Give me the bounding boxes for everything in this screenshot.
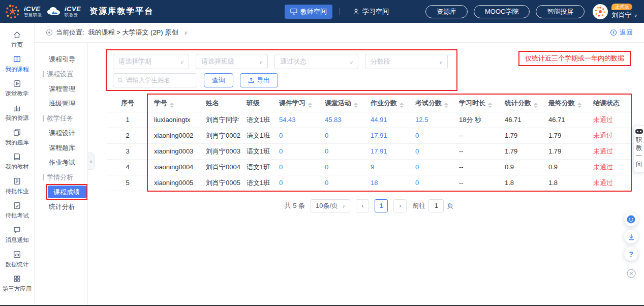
col-homework[interactable]: 作业分数 bbox=[364, 95, 409, 112]
prev-page-button[interactable]: ‹ bbox=[356, 199, 369, 212]
semester-select[interactable]: 请选择学期 bbox=[113, 54, 189, 69]
sidebar-item-course-management[interactable]: 课程管理 bbox=[35, 81, 87, 96]
chevron-down-icon bbox=[259, 58, 262, 66]
score-range-select[interactable]: 分数段 bbox=[365, 54, 448, 69]
mooc-college-button[interactable]: MOOC学院 bbox=[474, 5, 530, 18]
sidebar-item-statistical-analysis[interactable]: 统计分析 bbox=[35, 199, 87, 214]
teacher-space-button[interactable]: 教师空间 bbox=[285, 5, 332, 19]
page-1-button[interactable]: 1 bbox=[375, 199, 388, 212]
cell-class: 语文1班 bbox=[240, 112, 273, 128]
cell-index: 4 bbox=[107, 159, 148, 175]
col-stat-score[interactable]: 统计分数 bbox=[499, 95, 542, 112]
page-size-select[interactable]: 10条/页 bbox=[311, 199, 350, 212]
primary-nav-rail: 首页 我的课程 课堂教学 我的资源 我的题库 我的教材 待批作业 待批考试 bbox=[0, 23, 35, 305]
rail-item-my-resources[interactable]: 我的资源 bbox=[0, 101, 34, 125]
cell-exam-link[interactable]: 0 bbox=[409, 175, 453, 191]
cell-exam-link[interactable]: 12.5 bbox=[409, 112, 453, 128]
play-video-icon bbox=[13, 79, 21, 88]
avatar bbox=[593, 4, 608, 19]
col-student-id[interactable]: 学号 bbox=[148, 95, 200, 112]
breadcrumb: 当前位置: 我的课程 > 大学语文 (2P) 原创 bbox=[46, 28, 188, 37]
chevron-down-icon[interactable] bbox=[183, 30, 187, 36]
col-activity[interactable]: 课堂活动 bbox=[319, 95, 364, 112]
rail-item-third-party-apps[interactable]: 第三方应用 bbox=[0, 271, 34, 296]
breadcrumb-label: 当前位置: bbox=[56, 28, 84, 37]
cell-courseware-link[interactable]: 0 bbox=[273, 159, 319, 175]
close-tools-button[interactable] bbox=[624, 266, 638, 280]
cell-courseware-link[interactable]: 0 bbox=[273, 143, 319, 159]
goto-page-input[interactable] bbox=[428, 199, 444, 212]
cell-exam-link[interactable]: 0 bbox=[409, 128, 453, 143]
back-arrow-icon bbox=[610, 29, 617, 36]
class-select[interactable]: 请选择班级 bbox=[196, 54, 268, 69]
rail-item-data-statistics[interactable]: 数据统计 bbox=[0, 247, 34, 271]
cell-exam-link[interactable]: 0 bbox=[409, 143, 453, 159]
assistant-button[interactable] bbox=[624, 212, 638, 226]
rail-item-home[interactable]: 首页 bbox=[0, 27, 34, 52]
chevron-down-icon bbox=[439, 58, 442, 66]
col-final-score[interactable]: 最终分数 bbox=[542, 95, 587, 112]
rail-item-my-courses[interactable]: 我的课程 bbox=[0, 52, 34, 76]
student-space-label: 学习空间 bbox=[362, 7, 389, 16]
rail-item-pending-exams[interactable]: 待批考试 bbox=[0, 198, 34, 223]
resource-library-button[interactable]: 资源库 bbox=[425, 5, 468, 18]
rail-item-my-question-bank[interactable]: 我的题库 bbox=[0, 125, 34, 149]
back-button[interactable]: 返回 bbox=[610, 28, 633, 37]
table-row: 2 xiaoning0002 刘肖宁0002 语文1班 0 0 17.91 0 … bbox=[107, 128, 631, 143]
export-button[interactable]: 导出 bbox=[240, 73, 278, 87]
version-badge: 正式版 bbox=[611, 4, 632, 10]
cell-courseware-link[interactable]: 0 bbox=[273, 175, 319, 191]
smart-cast-button[interactable]: 智能投屏 bbox=[536, 5, 585, 18]
user-menu[interactable]: 正式版 刘肖宁 bbox=[593, 4, 637, 20]
cell-homework-link[interactable]: 44.91 bbox=[364, 112, 409, 128]
sidebar-item-course-guide[interactable]: 课程引导 bbox=[35, 52, 87, 67]
sidebar-item-class-management[interactable]: 班级管理 bbox=[35, 96, 87, 111]
pass-status-select[interactable]: 通过状态 bbox=[274, 54, 358, 69]
sidebar-item-course-design[interactable]: 课程设计 bbox=[35, 126, 87, 140]
zhijiao-ask-tab[interactable]: 职 教 一 问 bbox=[633, 125, 644, 173]
sidebar-section-teaching-tasks: 教学任务 bbox=[35, 111, 87, 126]
rail-item-notifications[interactable]: 消息通知 bbox=[0, 223, 34, 247]
sort-icon bbox=[534, 103, 538, 108]
cell-activity-link[interactable]: 0 bbox=[319, 175, 364, 191]
cell-homework-link[interactable]: 17.91 bbox=[364, 143, 409, 159]
sidebar-item-course-grades[interactable]: 课程成绩 bbox=[48, 186, 86, 198]
col-courseware[interactable]: 课件学习 bbox=[273, 95, 319, 112]
sidebar-collapse-handle[interactable]: « bbox=[88, 152, 95, 170]
cell-activity-link[interactable]: 0 bbox=[319, 159, 364, 175]
cell-status: 未通过 bbox=[587, 159, 631, 175]
cell-courseware-link[interactable]: 0 bbox=[273, 128, 319, 143]
cell-exam-link[interactable]: 0 bbox=[409, 159, 453, 175]
student-space-button[interactable]: 学习空间 bbox=[347, 5, 394, 19]
teacher-space-label: 教师空间 bbox=[300, 7, 327, 16]
help-button[interactable]: ? bbox=[624, 247, 638, 261]
user-name[interactable]: 刘肖宁 bbox=[611, 11, 637, 20]
breadcrumb-path[interactable]: 我的课程 > 大学语文 (2P) 原创 bbox=[88, 28, 178, 37]
query-button[interactable]: 查询 bbox=[204, 73, 233, 87]
cell-activity-link[interactable]: 0 bbox=[319, 128, 364, 143]
filter-row-2: 查询 导出 bbox=[113, 73, 448, 87]
cell-homework-link[interactable]: 18 bbox=[364, 175, 409, 191]
document-check-icon bbox=[13, 201, 21, 210]
col-duration[interactable]: 学习时长 bbox=[453, 95, 499, 112]
cell-name: 刘肖宁0003 bbox=[200, 143, 240, 159]
cell-activity-link[interactable]: 45.83 bbox=[319, 112, 364, 128]
cell-homework-link[interactable]: 9 bbox=[364, 159, 409, 175]
sidebar-item-homework-exams[interactable]: 作业考试 bbox=[35, 155, 87, 170]
chevron-down-icon bbox=[633, 11, 637, 19]
next-page-button[interactable]: › bbox=[393, 199, 407, 212]
pagination: 共 5 条 10条/页 ‹ 1 › 前往 页 bbox=[107, 199, 631, 212]
cell-homework-link[interactable]: 17.91 bbox=[364, 128, 409, 143]
cell-courseware-link[interactable]: 54.43 bbox=[273, 112, 319, 128]
cell-activity-link[interactable]: 0 bbox=[319, 143, 364, 159]
goto-page: 前往 页 bbox=[412, 199, 453, 212]
cell-status: 未通过 bbox=[587, 175, 631, 191]
rail-item-classroom-teaching[interactable]: 课堂教学 bbox=[0, 76, 34, 101]
rail-item-pending-homework[interactable]: 待批作业 bbox=[0, 174, 34, 198]
rail-item-my-textbooks[interactable]: 我的教材 bbox=[0, 149, 34, 174]
document-lines-icon bbox=[13, 177, 21, 186]
col-exam[interactable]: 考试分数 bbox=[409, 95, 453, 112]
sidebar-item-course-question-bank[interactable]: 课程题库 bbox=[35, 140, 87, 155]
student-name-input[interactable] bbox=[126, 77, 193, 84]
download-button[interactable] bbox=[624, 230, 638, 243]
